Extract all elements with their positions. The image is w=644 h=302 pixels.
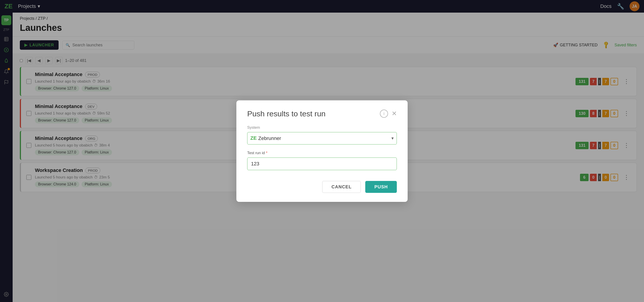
system-select-wrapper: ZE Zebrunner ▾ [247, 132, 397, 145]
cancel-button[interactable]: CANCEL [322, 181, 361, 193]
test-run-id-input[interactable] [247, 157, 397, 170]
test-run-id-label: Test run id * [247, 151, 397, 155]
push-button[interactable]: PUSH [365, 181, 397, 193]
label-text: Test run id [247, 151, 265, 155]
info-icon[interactable]: i [380, 110, 388, 118]
modal-header: Push results to test run i ✕ [247, 109, 397, 118]
close-icon[interactable]: ✕ [392, 111, 397, 117]
system-label: System [247, 125, 397, 130]
required-asterisk: * [266, 151, 268, 155]
modal-overlay: Push results to test run i ✕ System ZE Z… [0, 0, 644, 302]
push-results-modal: Push results to test run i ✕ System ZE Z… [236, 100, 408, 202]
zebrunner-logo-icon: ZE [250, 135, 257, 141]
modal-footer: CANCEL PUSH [247, 181, 397, 193]
modal-title: Push results to test run [247, 109, 380, 118]
modal-icons: i ✕ [380, 110, 397, 118]
system-select[interactable]: Zebrunner [247, 132, 397, 145]
